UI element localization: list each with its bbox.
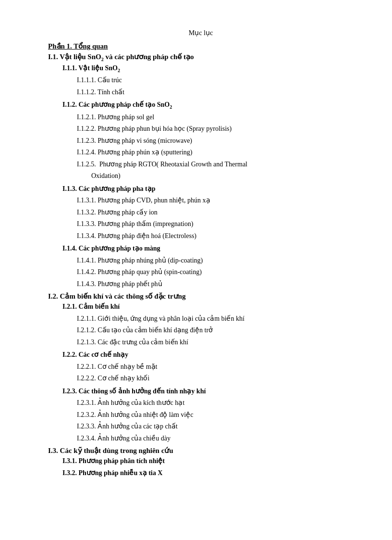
- item-I2-2-2: I.2.2.2. Cơ chế nhạy khối: [48, 373, 354, 385]
- item-I1-2-3: I.1.2.3. Phương pháp vi sóng (microwave): [48, 135, 354, 147]
- section-I1: I.1. Vật liệu SnO2 và các phương pháp ch…: [48, 52, 354, 62]
- item-I1-4-2: I.1.4.2. Phương pháp quay phủ (spin-coat…: [48, 266, 354, 278]
- item-I1-4-1: I.1.4.1. Phương pháp nhúng phủ (dip-coat…: [48, 255, 354, 267]
- subsection-I1-1: I.1.1. Vật liệu SnO2: [48, 63, 354, 75]
- item-I1-3-1: I.1.3.1. Phương pháp CVD, phun nhiệt, ph…: [48, 195, 354, 207]
- subsection-I1-4: I.1.4. Các phương pháp tạo màng: [48, 243, 354, 255]
- item-I2-3-4: I.2.3.4. Ảnh hưởng của chiều dày: [48, 433, 354, 445]
- item-I1-2-5: I.1.2.5. Phương pháp RGTO( Rheotaxial Gr…: [48, 159, 354, 182]
- item-I1-3-4: I.1.3.4. Phương pháp điện hoá (Electrole…: [48, 230, 354, 242]
- subsection-I2-1: I.2.1. Cảm biến khí: [48, 301, 354, 313]
- subsection-I3-1: I.3.1. Phương pháp phân tích nhiệt: [48, 455, 354, 467]
- item-I2-3-3: I.2.3.3. Ảnh hưởng của các tạp chất: [48, 421, 354, 433]
- subsection-I1-3: I.1.3. Các phương pháp pha tạp: [48, 183, 354, 195]
- item-I2-1-1: I.2.1.1. Giới thiệu, ứng dụng và phân lo…: [48, 313, 354, 325]
- subsection-I1-2: I.1.2. Các phương pháp chế tạo SnO2: [48, 99, 354, 111]
- item-I1-2-4: I.1.2.4. Phương pháp phún xạ (sputtering…: [48, 147, 354, 159]
- subsection-I3-2: I.3.2. Phương pháp nhiễu xạ tia X: [48, 467, 354, 479]
- item-I2-1-2: I.2.1.2. Cấu tạo của cảm biến khí dạng đ…: [48, 325, 354, 337]
- item-I2-3-2: I.2.3.2. Ảnh hưởng của nhiệt độ làm việc: [48, 409, 354, 421]
- page: Mục lục Phần 1. Tổng quan I.1. Vật liệu …: [48, 29, 354, 479]
- item-I1-1-2: I.1.1.2. Tính chất: [48, 87, 354, 99]
- item-I1-2-1: I.1.2.1. Phương pháp sol gel: [48, 112, 354, 124]
- item-I1-4-3: I.1.4.3. Phương pháp phết phủ: [48, 278, 354, 290]
- item-I1-3-2: I.1.3.2. Phương pháp cấy ion: [48, 207, 354, 219]
- item-I2-2-1: I.2.2.1. Cơ chế nhạy bề mặt: [48, 361, 354, 373]
- item-I1-1-1: I.1.1.1. Cấu trúc: [48, 75, 354, 87]
- item-I2-3-1: I.2.3.1. Ảnh hưởng của kích thước hạt: [48, 397, 354, 409]
- page-title: Mục lục: [48, 29, 354, 37]
- section-I3: I.3. Các kỹ thuật dùng trong nghiên cứu: [48, 446, 354, 455]
- section-I2: I.2. Cảm biến khí và các thông số đặc tr…: [48, 292, 354, 301]
- item-I2-1-3: I.2.1.3. Các đặc trưng của cảm biến khí: [48, 337, 354, 349]
- item-I1-2-2: I.1.2.2. Phương pháp phun bụi hóa học (S…: [48, 123, 354, 135]
- item-I1-3-3: I.1.3.3. Phương pháp thấm (impregnation): [48, 218, 354, 230]
- part-1-title: Phần 1. Tổng quan: [48, 42, 354, 50]
- subsection-I2-2: I.2.2. Các cơ chế nhạy: [48, 349, 354, 361]
- subsection-I2-3: I.2.3. Các thông số ảnh hưởng đến tính n…: [48, 386, 354, 398]
